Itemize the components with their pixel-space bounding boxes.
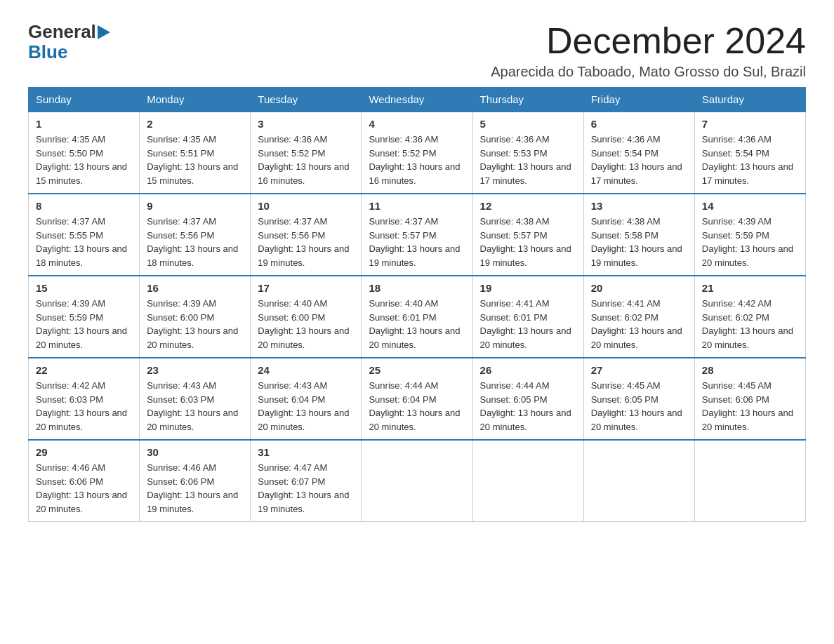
calendar-table: SundayMondayTuesdayWednesdayThursdayFrid… <box>28 87 806 522</box>
day-info: Sunrise: 4:43 AMSunset: 6:03 PMDaylight:… <box>147 379 243 434</box>
day-number: 2 <box>147 118 243 130</box>
calendar-cell: 16Sunrise: 4:39 AMSunset: 6:00 PMDayligh… <box>140 276 251 358</box>
day-info: Sunrise: 4:42 AMSunset: 6:03 PMDaylight:… <box>36 379 132 434</box>
svg-marker-0 <box>98 25 110 39</box>
calendar-cell: 3Sunrise: 4:36 AMSunset: 5:52 PMDaylight… <box>251 112 362 194</box>
calendar-cell: 31Sunrise: 4:47 AMSunset: 6:07 PMDayligh… <box>251 440 362 522</box>
day-number: 10 <box>258 200 354 212</box>
day-info: Sunrise: 4:44 AMSunset: 6:04 PMDaylight:… <box>369 379 465 434</box>
day-info: Sunrise: 4:38 AMSunset: 5:57 PMDaylight:… <box>480 215 576 269</box>
calendar-cell: 23Sunrise: 4:43 AMSunset: 6:03 PMDayligh… <box>140 358 251 440</box>
calendar-cell: 19Sunrise: 4:41 AMSunset: 6:01 PMDayligh… <box>472 276 583 358</box>
day-number: 28 <box>702 364 798 376</box>
day-number: 1 <box>36 118 132 130</box>
day-number: 22 <box>36 364 132 376</box>
logo-blue-text: Blue <box>28 43 67 61</box>
day-info: Sunrise: 4:36 AMSunset: 5:52 PMDaylight:… <box>258 133 354 187</box>
calendar-cell: 29Sunrise: 4:46 AMSunset: 6:06 PMDayligh… <box>29 440 140 522</box>
page-header: General Blue December 2024 Aparecida do … <box>28 21 806 80</box>
day-info: Sunrise: 4:36 AMSunset: 5:54 PMDaylight:… <box>591 133 687 187</box>
calendar-week-row: 8Sunrise: 4:37 AMSunset: 5:55 PMDaylight… <box>29 194 806 276</box>
day-info: Sunrise: 4:40 AMSunset: 6:00 PMDaylight:… <box>258 297 354 351</box>
month-year-title: December 2024 <box>491 21 806 61</box>
day-number: 3 <box>258 118 354 130</box>
day-number: 18 <box>369 282 465 294</box>
weekday-header-tuesday: Tuesday <box>251 88 362 112</box>
calendar-week-row: 22Sunrise: 4:42 AMSunset: 6:03 PMDayligh… <box>29 358 806 440</box>
calendar-cell: 20Sunrise: 4:41 AMSunset: 6:02 PMDayligh… <box>583 276 694 358</box>
calendar-cell: 13Sunrise: 4:38 AMSunset: 5:58 PMDayligh… <box>583 194 694 276</box>
day-number: 26 <box>480 364 576 376</box>
day-number: 20 <box>591 282 687 294</box>
day-info: Sunrise: 4:41 AMSunset: 6:02 PMDaylight:… <box>591 297 687 351</box>
day-number: 13 <box>591 200 687 212</box>
day-info: Sunrise: 4:35 AMSunset: 5:51 PMDaylight:… <box>147 133 243 187</box>
calendar-week-row: 29Sunrise: 4:46 AMSunset: 6:06 PMDayligh… <box>29 440 806 522</box>
weekday-header-saturday: Saturday <box>694 88 805 112</box>
day-info: Sunrise: 4:42 AMSunset: 6:02 PMDaylight:… <box>702 297 798 351</box>
day-number: 8 <box>36 200 132 212</box>
calendar-cell: 11Sunrise: 4:37 AMSunset: 5:57 PMDayligh… <box>362 194 472 276</box>
logo: General Blue <box>28 21 110 61</box>
weekday-header-sunday: Sunday <box>29 88 140 112</box>
calendar-cell: 30Sunrise: 4:46 AMSunset: 6:06 PMDayligh… <box>140 440 251 522</box>
day-number: 4 <box>369 118 465 130</box>
day-info: Sunrise: 4:36 AMSunset: 5:52 PMDaylight:… <box>369 133 465 187</box>
day-info: Sunrise: 4:43 AMSunset: 6:04 PMDaylight:… <box>258 379 354 434</box>
day-number: 21 <box>702 282 798 294</box>
calendar-cell: 14Sunrise: 4:39 AMSunset: 5:59 PMDayligh… <box>694 194 805 276</box>
day-info: Sunrise: 4:45 AMSunset: 6:06 PMDaylight:… <box>702 379 798 434</box>
calendar-cell: 22Sunrise: 4:42 AMSunset: 6:03 PMDayligh… <box>29 358 140 440</box>
weekday-header-thursday: Thursday <box>472 88 583 112</box>
calendar-cell: 24Sunrise: 4:43 AMSunset: 6:04 PMDayligh… <box>251 358 362 440</box>
day-info: Sunrise: 4:36 AMSunset: 5:53 PMDaylight:… <box>480 133 576 187</box>
calendar-cell: 12Sunrise: 4:38 AMSunset: 5:57 PMDayligh… <box>472 194 583 276</box>
calendar-cell: 4Sunrise: 4:36 AMSunset: 5:52 PMDaylight… <box>362 112 472 194</box>
day-number: 16 <box>147 282 243 294</box>
calendar-cell: 25Sunrise: 4:44 AMSunset: 6:04 PMDayligh… <box>362 358 472 440</box>
calendar-cell: 18Sunrise: 4:40 AMSunset: 6:01 PMDayligh… <box>362 276 472 358</box>
day-number: 29 <box>36 446 132 458</box>
title-block: December 2024 Aparecida do Taboado, Mato… <box>491 21 806 80</box>
day-number: 5 <box>480 118 576 130</box>
day-info: Sunrise: 4:36 AMSunset: 5:54 PMDaylight:… <box>702 133 798 187</box>
day-info: Sunrise: 4:37 AMSunset: 5:57 PMDaylight:… <box>369 215 465 269</box>
day-info: Sunrise: 4:37 AMSunset: 5:55 PMDaylight:… <box>36 215 132 269</box>
day-info: Sunrise: 4:39 AMSunset: 6:00 PMDaylight:… <box>147 297 243 351</box>
day-info: Sunrise: 4:37 AMSunset: 5:56 PMDaylight:… <box>147 215 243 269</box>
day-number: 9 <box>147 200 243 212</box>
logo-arrow-icon <box>98 25 110 39</box>
day-number: 23 <box>147 364 243 376</box>
day-number: 12 <box>480 200 576 212</box>
calendar-cell: 10Sunrise: 4:37 AMSunset: 5:56 PMDayligh… <box>251 194 362 276</box>
day-number: 25 <box>369 364 465 376</box>
day-info: Sunrise: 4:40 AMSunset: 6:01 PMDaylight:… <box>369 297 465 351</box>
day-number: 24 <box>258 364 354 376</box>
calendar-cell: 6Sunrise: 4:36 AMSunset: 5:54 PMDaylight… <box>583 112 694 194</box>
weekday-header-wednesday: Wednesday <box>362 88 472 112</box>
calendar-cell <box>472 440 583 522</box>
calendar-cell: 5Sunrise: 4:36 AMSunset: 5:53 PMDaylight… <box>472 112 583 194</box>
calendar-cell: 27Sunrise: 4:45 AMSunset: 6:05 PMDayligh… <box>583 358 694 440</box>
day-info: Sunrise: 4:46 AMSunset: 6:06 PMDaylight:… <box>147 461 243 516</box>
weekday-header-monday: Monday <box>140 88 251 112</box>
weekday-header-row: SundayMondayTuesdayWednesdayThursdayFrid… <box>29 88 806 112</box>
day-info: Sunrise: 4:39 AMSunset: 5:59 PMDaylight:… <box>36 297 132 351</box>
day-number: 19 <box>480 282 576 294</box>
day-info: Sunrise: 4:38 AMSunset: 5:58 PMDaylight:… <box>591 215 687 269</box>
calendar-cell: 1Sunrise: 4:35 AMSunset: 5:50 PMDaylight… <box>29 112 140 194</box>
day-info: Sunrise: 4:39 AMSunset: 5:59 PMDaylight:… <box>702 215 798 269</box>
day-info: Sunrise: 4:37 AMSunset: 5:56 PMDaylight:… <box>258 215 354 269</box>
day-info: Sunrise: 4:46 AMSunset: 6:06 PMDaylight:… <box>36 461 132 516</box>
calendar-week-row: 15Sunrise: 4:39 AMSunset: 5:59 PMDayligh… <box>29 276 806 358</box>
calendar-cell <box>583 440 694 522</box>
logo-general-text: General <box>28 21 96 43</box>
calendar-cell: 9Sunrise: 4:37 AMSunset: 5:56 PMDaylight… <box>140 194 251 276</box>
day-number: 7 <box>702 118 798 130</box>
calendar-cell: 28Sunrise: 4:45 AMSunset: 6:06 PMDayligh… <box>694 358 805 440</box>
day-info: Sunrise: 4:35 AMSunset: 5:50 PMDaylight:… <box>36 133 132 187</box>
day-number: 15 <box>36 282 132 294</box>
calendar-cell: 15Sunrise: 4:39 AMSunset: 5:59 PMDayligh… <box>29 276 140 358</box>
location-subtitle: Aparecida do Taboado, Mato Grosso do Sul… <box>491 64 806 80</box>
day-info: Sunrise: 4:44 AMSunset: 6:05 PMDaylight:… <box>480 379 576 434</box>
